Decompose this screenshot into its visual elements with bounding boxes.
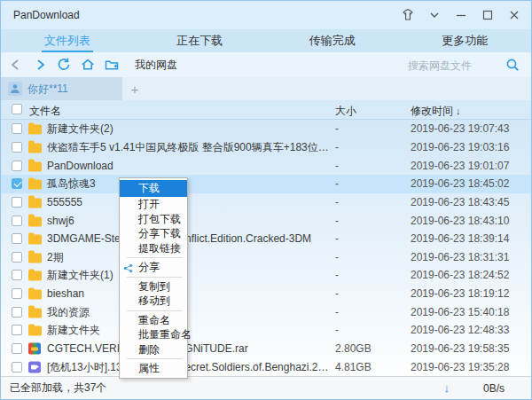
menu-item[interactable]: 打包下载 <box>120 212 187 227</box>
tab-more-features[interactable]: 更多功能 <box>399 29 532 52</box>
column-header-size[interactable]: 大小 <box>335 104 356 119</box>
file-size: - <box>335 324 339 336</box>
row-checkbox[interactable] <box>12 288 22 299</box>
menu-item[interactable]: 移动到 <box>120 294 187 309</box>
row-checkbox[interactable] <box>12 362 22 373</box>
file-modified-time: 2019-06-23 15:40:18 <box>411 306 509 318</box>
tab-downloading[interactable]: 正在下载 <box>134 29 267 52</box>
column-header-time[interactable]: 修改时间↓ <box>411 104 461 119</box>
table-row[interactable]: 555555-2019-06-23 18:43:45 <box>1 193 531 212</box>
search-icon[interactable] <box>505 57 520 73</box>
row-checkbox[interactable] <box>12 270 22 280</box>
table-row[interactable]: 新建文件夹-2019-06-23 12:48:33 <box>1 321 531 340</box>
back-icon[interactable] <box>4 52 27 77</box>
row-checkbox[interactable] <box>12 142 22 153</box>
tab-transfer-complete[interactable]: 传输完成 <box>266 29 399 52</box>
menu-item[interactable]: 分享 <box>120 260 187 275</box>
row-checkbox[interactable] <box>12 178 22 189</box>
file-name: bieshan <box>47 287 84 300</box>
table-row[interactable]: 侠盗猎车手5 v1.41中国风终极版 整合版900辆真车+183位美女与英雄-2… <box>1 138 531 157</box>
folder-file-icon <box>28 290 42 300</box>
table-row[interactable]: 新建文件夹(2)-2019-06-23 19:07:43 <box>1 120 531 138</box>
theme-shirt-icon[interactable] <box>395 1 421 29</box>
file-modified-time: 2019-06-23 19:58:35 <box>411 342 509 355</box>
maximize-button[interactable] <box>474 1 501 29</box>
file-size: - <box>335 287 339 300</box>
table-row[interactable]: 2期-2019-06-23 18:31:31 <box>1 247 531 266</box>
row-checkbox[interactable] <box>12 343 22 354</box>
file-modified-time: 2019-06-23 19:01:07 <box>411 160 509 172</box>
file-name: shwj6 <box>47 215 74 227</box>
file-name: 新建文件夹(1) <box>47 268 113 283</box>
row-checkbox[interactable] <box>12 307 22 318</box>
menu-item[interactable]: 重命名 <box>120 313 187 328</box>
search-input[interactable] <box>406 56 494 75</box>
file-size: - <box>335 141 339 153</box>
add-account-button[interactable]: + <box>123 77 146 100</box>
table-row[interactable]: [危机13小时].13.Hours.The.Secret.Soldiers.of… <box>1 357 531 376</box>
file-modified-time: 2019-06-23 18:31:31 <box>411 251 509 263</box>
table-header: 文件名 大小 修改时间↓ <box>1 100 531 120</box>
share-icon <box>123 263 133 272</box>
row-checkbox[interactable] <box>12 123 22 134</box>
home-icon[interactable] <box>75 52 99 77</box>
refresh-icon[interactable] <box>51 52 75 77</box>
table-row[interactable]: 新建文件夹(1)-2019-06-23 18:24:52 <box>1 266 531 285</box>
file-modified-time: 2019-06-23 18:43:45 <box>411 196 509 208</box>
column-header-name[interactable]: 文件名 <box>29 104 61 119</box>
video-file-icon <box>28 361 41 373</box>
table-row[interactable]: CGTECH.VERICUT.V8.0-MAGNiTUDE.rar2.80GB2… <box>1 340 531 358</box>
file-name: 新建文件夹 <box>47 323 100 338</box>
table-row[interactable]: bieshan-2019-06-23 18:19:12 <box>1 285 531 303</box>
breadcrumb: 我的网盘 <box>135 58 177 73</box>
menu-item[interactable]: 打开 <box>120 197 187 212</box>
account-tab[interactable]: 你好**11 <box>1 77 122 100</box>
file-modified-time: 2019-06-23 18:24:52 <box>411 269 509 281</box>
row-checkbox[interactable] <box>12 197 22 208</box>
forward-icon[interactable] <box>27 52 51 77</box>
tab-file-list[interactable]: 文件列表 <box>1 29 134 52</box>
new-folder-icon[interactable] <box>99 52 123 77</box>
window-title: PanDownload <box>13 9 80 21</box>
person-icon <box>8 82 22 96</box>
file-table-body: 新建文件夹(2)-2019-06-23 19:07:43侠盗猎车手5 v1.41… <box>1 120 531 376</box>
menu-item[interactable]: 分享下载 <box>120 226 187 241</box>
row-checkbox[interactable] <box>12 233 22 244</box>
menu-item[interactable]: 批量重命名 <box>120 327 187 342</box>
table-row[interactable]: shwj6-2019-06-23 18:43:10 <box>1 211 531 230</box>
file-size: - <box>335 251 339 263</box>
table-row[interactable]: 孤岛惊魂3-2019-06-23 18:45:02 <box>1 175 531 193</box>
titlebar: PanDownload <box>1 1 531 29</box>
context-menu: 下载打开打包下载分享下载提取链接分享复制到移动到重命名批量重命名删除属性 <box>119 177 188 379</box>
table-row[interactable]: 我的资源-2019-06-23 15:40:18 <box>1 302 531 321</box>
file-name: PanDownload <box>47 160 113 172</box>
file-size: - <box>335 160 339 172</box>
file-name: 新建文件夹(2) <box>47 122 113 137</box>
folder-file-icon <box>28 235 42 245</box>
file-size: - <box>335 122 339 135</box>
chevron-down-icon[interactable] <box>421 1 448 29</box>
minimize-button[interactable] <box>448 1 474 29</box>
menu-item[interactable]: 提取链接 <box>120 241 187 256</box>
menu-item[interactable]: 复制到 <box>120 279 187 294</box>
account-name: 你好**11 <box>27 82 68 97</box>
row-checkbox[interactable] <box>12 216 22 226</box>
file-size: - <box>335 215 339 227</box>
folder-file-icon <box>28 198 42 208</box>
file-name: 555555 <box>47 196 82 208</box>
file-size: - <box>335 196 339 208</box>
table-row[interactable]: 3DMGAME-Steel.Division.Conflict.Edition.… <box>1 230 531 248</box>
menu-item[interactable]: 删除 <box>120 342 187 357</box>
archive-file-icon <box>28 343 41 355</box>
file-size: - <box>335 269 339 281</box>
file-name: 孤岛惊魂3 <box>47 176 96 192</box>
table-row[interactable]: PanDownload-2019-06-23 19:01:07 <box>1 156 531 175</box>
file-size: 4.81GB <box>335 361 372 373</box>
select-all-checkbox[interactable] <box>12 104 22 114</box>
row-checkbox[interactable] <box>12 325 22 335</box>
menu-item[interactable]: 属性 <box>120 361 187 376</box>
row-checkbox[interactable] <box>12 161 22 171</box>
row-checkbox[interactable] <box>12 252 22 263</box>
close-button[interactable] <box>501 1 528 29</box>
menu-item[interactable]: 下载 <box>120 180 187 197</box>
